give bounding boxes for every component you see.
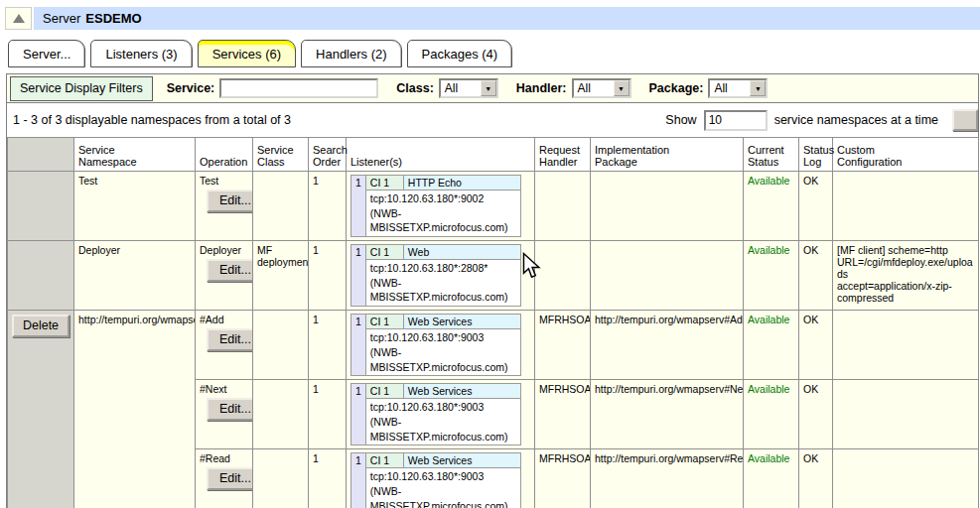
operation-cell: #Add Edit... <box>196 311 253 380</box>
package-filter-select[interactable]: All ▼ <box>708 78 768 98</box>
operation-label: #Next <box>200 383 248 395</box>
chevron-down-icon[interactable]: ▼ <box>481 80 496 96</box>
show-label: Show <box>665 113 696 127</box>
operation-label: #Add <box>200 314 248 325</box>
handler-filter-label: Handler: <box>516 81 567 95</box>
listener-endpoint: tcp:10.120.63.180*:9003 <box>370 469 516 484</box>
paging-button-partial[interactable] <box>952 109 978 131</box>
status-badge: Available <box>744 172 799 241</box>
listeners-cell: 1 CI 1 Web Services tcp:10.120.63.180*:9… <box>347 380 535 449</box>
status-log-cell: OK <box>799 311 833 380</box>
edit-button[interactable]: Edit... <box>207 259 253 282</box>
triangle-up-icon <box>13 14 25 23</box>
listener-host: (NWB-MBISSETXP.microfocus.com) <box>370 345 516 374</box>
chevron-down-icon[interactable]: ▼ <box>750 80 766 96</box>
listener-address: tcp:10.120.63.180*:2808* (NWB-MBISSETXP.… <box>365 260 520 307</box>
search-order-cell: 1 <box>309 311 347 380</box>
operation-label: #Read <box>200 452 248 464</box>
edit-button[interactable]: Edit... <box>207 328 253 351</box>
listener-name: Web <box>403 245 520 260</box>
filter-bar: Service Display Filters Service: Class: … <box>7 74 978 103</box>
implementation-package-cell: http://tempuri.org/wmapserv#Add <box>591 311 744 380</box>
service-filter-input[interactable] <box>219 78 378 98</box>
edit-button[interactable]: Edit... <box>207 190 253 212</box>
listener-conn: CI 1 <box>365 176 403 190</box>
listener-address: tcp:10.120.63.180*:9003 (NWB-MBISSETXP.m… <box>365 329 520 376</box>
chevron-down-icon[interactable]: ▼ <box>614 80 630 96</box>
listeners-cell: 1 CI 1 HTTP Echo tcp:10.120.63.180*:9002… <box>347 172 535 241</box>
listener-address: tcp:10.120.63.180*:9003 (NWB-MBISSETXP.m… <box>365 468 520 508</box>
custom-configuration-cell <box>833 311 979 380</box>
operation-label: Deployer <box>200 244 248 256</box>
implementation-package-cell <box>591 172 744 241</box>
listeners-cell: 1 CI 1 Web tcp:10.120.63.180*:2808* (NWB… <box>347 241 535 311</box>
page-size-input[interactable] <box>704 110 768 131</box>
custom-configuration-cell <box>833 380 979 449</box>
server-title: Server ESDEMO <box>34 7 980 30</box>
implementation-package-cell <box>591 241 744 311</box>
listener-endpoint: tcp:10.120.63.180*:9003 <box>370 330 516 345</box>
request-handler-cell <box>535 172 591 241</box>
listener-index: 1 <box>351 176 366 237</box>
listener-index: 1 <box>351 453 366 508</box>
listener-index: 1 <box>351 384 366 445</box>
table-row: Deployer Deployer Edit... MF deployment … <box>8 241 979 311</box>
handler-filter-select[interactable]: All ▼ <box>572 78 631 98</box>
tab-packages[interactable]: Packages (4) <box>407 40 513 67</box>
operation-cell: #Next Edit... <box>196 380 253 449</box>
header-custom-configuration: Custom Configuration <box>833 138 979 172</box>
row-selector-cell <box>8 172 74 241</box>
listener-address: tcp:10.120.63.180*:9002 (NWB-MBISSETXP.m… <box>365 190 520 237</box>
operation-label: Test <box>200 175 248 187</box>
status-badge: Available <box>744 380 799 449</box>
namespace-cell: Deployer <box>74 241 196 311</box>
delete-button[interactable]: Delete <box>12 315 70 337</box>
search-order-cell: 1 <box>309 449 347 508</box>
services-panel: Service Display Filters Service: Class: … <box>6 73 979 508</box>
listener-index: 1 <box>351 315 366 376</box>
operation-cell: #Read Edit... <box>196 449 253 508</box>
header-search-order: Search Order <box>309 138 347 172</box>
server-name: ESDEMO <box>85 11 141 26</box>
listener-conn: CI 1 <box>365 315 403 329</box>
row-selector-cell <box>8 241 74 311</box>
service-class-cell <box>253 449 309 508</box>
tab-handlers[interactable]: Handlers (2) <box>301 40 402 67</box>
custom-configuration-cell: [MF client] scheme=http URL=/cgi/mfdeplo… <box>833 241 979 311</box>
status-badge: Available <box>744 311 799 380</box>
class-filter-select[interactable]: All ▼ <box>439 78 498 98</box>
header-current-status: Current Status <box>744 138 799 172</box>
listener-host: (NWB-MBISSETXP.microfocus.com) <box>370 484 516 508</box>
header-service-namespace: Service Namespace <box>74 138 196 172</box>
header-service-class: Service Class <box>253 138 309 172</box>
request-handler-cell: MFRHSOAP <box>535 311 591 380</box>
listener-name: Web Services <box>403 453 520 468</box>
service-class-cell <box>253 172 309 241</box>
namespace-cell: Test <box>74 172 196 241</box>
listener-box: 1 CI 1 Web Services tcp:10.120.63.180*:9… <box>350 314 521 376</box>
status-log-cell: OK <box>799 449 833 508</box>
package-filter-value: All <box>714 81 727 95</box>
listener-index: 1 <box>351 245 366 307</box>
tab-server[interactable]: Server... <box>8 40 85 67</box>
handler-filter-value: All <box>578 81 591 95</box>
tab-listeners[interactable]: Listeners (3) <box>90 40 192 67</box>
status-badge: Available <box>744 241 799 311</box>
tab-bar: Server... Listeners (3) Services (6) Han… <box>8 40 512 67</box>
edit-button[interactable]: Edit... <box>207 398 253 421</box>
tab-services[interactable]: Services (6) <box>198 40 296 67</box>
header-implementation-package: Implementation Package <box>591 138 744 172</box>
service-filter-label: Service: <box>167 81 215 95</box>
service-class-cell: MF deployment <box>253 241 309 311</box>
namespace-cell: http://tempuri.org/wmapserv <box>74 311 196 508</box>
request-handler-cell <box>535 241 591 311</box>
listener-endpoint: tcp:10.120.63.180*:9002 <box>370 191 516 206</box>
collapse-section-button[interactable] <box>5 7 32 30</box>
operation-cell: Test Edit... <box>196 172 253 241</box>
namespace-count-summary: 1 - 3 of 3 displayable namespaces from a… <box>13 113 665 127</box>
edit-button[interactable]: Edit... <box>207 467 253 490</box>
table-header-row: Service Namespace Operation Service Clas… <box>8 138 979 172</box>
listener-conn: CI 1 <box>365 453 403 468</box>
custom-configuration-cell <box>833 449 979 508</box>
request-handler-cell: MFRHSOAP <box>535 380 591 449</box>
